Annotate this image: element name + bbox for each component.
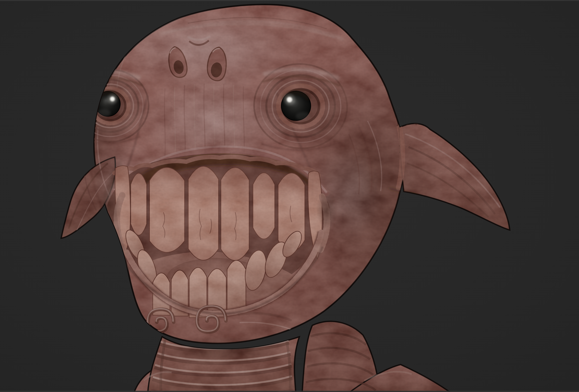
sculpt-canvas[interactable]	[0, 0, 579, 392]
canvas-bottom-edge	[0, 391, 579, 392]
eye-highlight	[287, 97, 292, 102]
eye-highlight	[110, 97, 115, 101]
right-eyeball	[281, 91, 311, 121]
canvas-top-edge	[0, 0, 579, 1]
eye-sheen	[296, 112, 311, 121]
sculpt-viewport[interactable]	[0, 0, 579, 392]
eye-sheen	[97, 109, 111, 117]
